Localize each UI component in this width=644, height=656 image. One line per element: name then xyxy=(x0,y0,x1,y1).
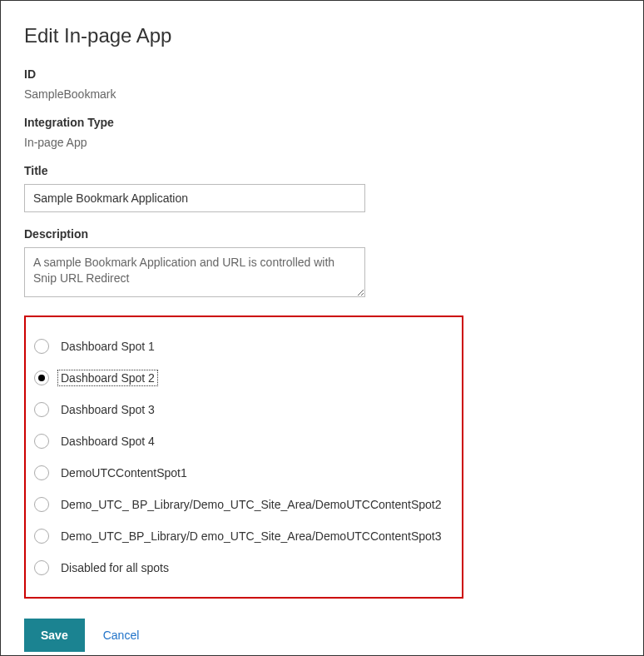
page-title: Edit In-page App xyxy=(24,24,620,47)
integration-type-value: In-page App xyxy=(24,136,620,149)
title-field-group: Title xyxy=(24,164,620,212)
radio-label: Demo_UTC_ BP_Library/Demo_UTC_Site_Area/… xyxy=(57,496,445,513)
title-label: Title xyxy=(24,164,620,177)
id-label: ID xyxy=(24,67,620,81)
description-label: Description xyxy=(24,227,620,241)
radio-icon[interactable] xyxy=(34,434,49,449)
radio-icon[interactable] xyxy=(34,465,49,480)
integration-type-group: Integration Type In-page App xyxy=(24,116,620,149)
save-button[interactable]: Save xyxy=(24,619,85,652)
radio-icon[interactable] xyxy=(34,339,49,354)
action-bar: Save Cancel xyxy=(24,619,620,652)
radio-label: Dashboard Spot 4 xyxy=(57,433,158,450)
integration-type-label: Integration Type xyxy=(24,116,620,129)
radio-icon[interactable] xyxy=(34,497,49,512)
spot-radio-group: Dashboard Spot 1Dashboard Spot 2Dashboar… xyxy=(24,316,463,599)
spot-radio-item[interactable]: DemoUTCContentSpot1 xyxy=(34,457,453,489)
radio-label: Disabled for all spots xyxy=(57,559,172,576)
spot-radio-item[interactable]: Demo_UTC_ BP_Library/Demo_UTC_Site_Area/… xyxy=(34,489,453,520)
description-textarea[interactable]: A sample Bookmark Application and URL is… xyxy=(24,247,365,297)
radio-icon[interactable] xyxy=(34,402,49,417)
spot-radio-item[interactable]: Dashboard Spot 2 xyxy=(34,362,453,394)
radio-icon[interactable] xyxy=(34,560,49,575)
radio-label: DemoUTCContentSpot1 xyxy=(57,465,191,481)
radio-label: Dashboard Spot 1 xyxy=(57,338,158,355)
spot-radio-item[interactable]: Demo_UTC_BP_Library/D emo_UTC_Site_Area/… xyxy=(34,520,453,552)
radio-icon[interactable] xyxy=(34,370,49,385)
id-field-group: ID SampleBookmark xyxy=(24,67,620,101)
radio-icon[interactable] xyxy=(34,529,49,544)
title-input[interactable] xyxy=(24,184,365,212)
spot-radio-item[interactable]: Dashboard Spot 1 xyxy=(34,330,453,362)
spot-radio-item[interactable]: Dashboard Spot 4 xyxy=(34,425,453,457)
id-value: SampleBookmark xyxy=(24,87,620,101)
radio-label: Demo_UTC_BP_Library/D emo_UTC_Site_Area/… xyxy=(57,528,445,544)
cancel-link[interactable]: Cancel xyxy=(103,629,140,642)
radio-label: Dashboard Spot 3 xyxy=(57,401,158,418)
spot-radio-item[interactable]: Dashboard Spot 3 xyxy=(34,394,453,425)
radio-label: Dashboard Spot 2 xyxy=(57,370,158,386)
spot-radio-item[interactable]: Disabled for all spots xyxy=(34,552,453,584)
description-field-group: Description A sample Bookmark Applicatio… xyxy=(24,227,620,301)
